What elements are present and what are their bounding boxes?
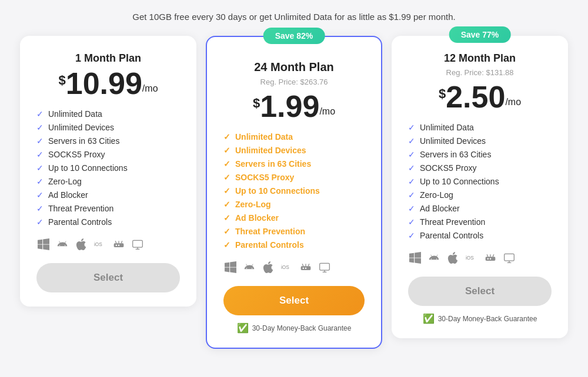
svg-text:iOS: iOS: [466, 255, 474, 261]
feature-text: Unlimited Devices: [48, 123, 114, 132]
feature-text: Threat Prevention: [420, 217, 485, 227]
check-icon: ✓: [223, 240, 230, 250]
feature-item: ✓ Parental Controls: [223, 240, 365, 250]
svg-point-13: [305, 267, 307, 269]
windows-icon: [408, 252, 422, 266]
feature-text: Unlimited Data: [420, 123, 474, 132]
feature-text: Unlimited Devices: [420, 136, 486, 146]
svg-line-14: [302, 264, 303, 266]
features-list-12month: ✓ Unlimited Data ✓ Unlimited Devices ✓ S…: [408, 123, 552, 240]
svg-point-3: [118, 244, 120, 246]
check-icon: ✓: [36, 123, 44, 132]
feature-item: ✓ Unlimited Data: [223, 132, 365, 142]
feature-text: Ad Blocker: [420, 204, 460, 213]
ios-icon: iOS: [465, 252, 479, 266]
android-icon: [242, 261, 256, 275]
feature-item: ✓ Parental Controls: [408, 231, 552, 240]
tv-icon: [131, 238, 145, 253]
tv-icon: [502, 252, 516, 266]
select-button-12month[interactable]: Select: [408, 277, 552, 306]
price-row-12month: $ 2.50 /mo: [408, 82, 552, 112]
price-per-1month: /mo: [142, 83, 158, 94]
svg-line-16: [308, 264, 309, 266]
money-back-text: 30-Day Money-Back Guarantee: [252, 324, 352, 332]
feature-text: SOCKS5 Proxy: [420, 163, 476, 173]
check-icon: ✓: [36, 109, 44, 119]
feature-text: Up to 10 Connections: [420, 177, 499, 186]
feature-text: Zero-Log: [48, 177, 82, 186]
feature-item: ✓ Servers in 63 Cities: [223, 159, 365, 169]
check-icon: ✓: [408, 231, 415, 240]
feature-text: Servers in 63 Cities: [235, 159, 311, 169]
platform-icons-1month: iOS: [36, 238, 180, 253]
feature-item: ✓ Threat Prevention: [36, 204, 180, 213]
feature-text: Threat Prevention: [235, 227, 305, 236]
plan-name-1month: 1 Month Plan: [36, 52, 180, 65]
feature-text: Servers in 63 Cities: [420, 150, 491, 159]
price-row-24month: $ 1.99 /mo: [223, 91, 365, 122]
feature-item: ✓ Parental Controls: [36, 217, 180, 227]
select-button-1month[interactable]: Select: [36, 263, 180, 292]
money-back-24month: ✅ 30-Day Money-Back Guarantee: [223, 322, 365, 334]
plan-name-12month: 12 Month Plan: [408, 52, 552, 65]
feature-item: ✓ Servers in 63 Cities: [36, 136, 180, 146]
plans-container: 1 Month Plan $ 10.99 /mo ✓ Unlimited Dat…: [18, 36, 570, 349]
reg-price-24month: Reg. Price: $263.76: [223, 78, 365, 86]
check-icon: ✓: [36, 163, 44, 173]
checkmark-circle-icon: ✅: [237, 322, 249, 334]
price-row-1month: $ 10.99 /mo: [36, 68, 180, 99]
checkmark-circle-icon: ✅: [423, 313, 435, 324]
price-per-24month: /mo: [319, 106, 335, 117]
apple-icon: [261, 261, 275, 275]
tv-icon: [318, 261, 332, 275]
save-badge-12month: Save 77%: [449, 26, 511, 43]
price-dollar-1month: $: [58, 73, 65, 88]
plan-card-1month: 1 Month Plan $ 10.99 /mo ✓ Unlimited Dat…: [20, 36, 196, 307]
feature-text: Ad Blocker: [48, 190, 88, 200]
svg-rect-7: [133, 240, 143, 247]
router-icon: [483, 252, 497, 266]
check-icon: ✓: [408, 123, 415, 132]
feature-text: Servers in 63 Cities: [48, 136, 119, 146]
svg-line-26: [493, 254, 494, 257]
check-icon: ✓: [36, 204, 44, 213]
svg-rect-27: [505, 254, 514, 261]
feature-item: ✓ Threat Prevention: [223, 227, 365, 236]
svg-line-24: [487, 254, 488, 257]
plan-card-24month: Save 82%24 Month PlanReg. Price: $263.76…: [206, 36, 382, 349]
price-main-12month: 2.50: [446, 82, 505, 112]
check-icon: ✓: [223, 146, 230, 155]
check-icon: ✓: [408, 190, 415, 200]
feature-item: ✓ SOCKS5 Proxy: [408, 163, 552, 173]
feature-text: Parental Controls: [235, 240, 304, 250]
check-icon: ✓: [223, 213, 230, 223]
feature-item: ✓ Up to 10 Connections: [36, 163, 180, 173]
money-back-text: 30-Day Money-Back Guarantee: [438, 315, 537, 323]
feature-item: ✓ SOCKS5 Proxy: [36, 150, 180, 159]
money-back-12month: ✅ 30-Day Money-Back Guarantee: [408, 313, 552, 324]
reg-price-12month: Reg. Price: $131.88: [408, 68, 552, 77]
svg-point-12: [303, 267, 305, 269]
feature-text: Up to 10 Connections: [48, 163, 128, 173]
feature-item: ✓ SOCKS5 Proxy: [223, 173, 365, 182]
check-icon: ✓: [408, 177, 415, 186]
svg-text:iOS: iOS: [281, 264, 289, 270]
check-icon: ✓: [223, 132, 230, 142]
check-icon: ✓: [36, 217, 44, 227]
feature-item: ✓ Zero-Log: [223, 200, 365, 209]
select-button-24month[interactable]: Select: [223, 286, 365, 315]
feature-item: ✓ Unlimited Devices: [408, 136, 552, 146]
feature-text: Zero-Log: [420, 190, 453, 200]
price-dollar-24month: $: [253, 96, 260, 111]
feature-item: ✓ Ad Blocker: [408, 204, 552, 213]
check-icon: ✓: [408, 150, 415, 159]
check-icon: ✓: [223, 173, 230, 182]
check-icon: ✓: [223, 227, 230, 236]
features-list-1month: ✓ Unlimited Data ✓ Unlimited Devices ✓ S…: [36, 109, 180, 227]
svg-text:iOS: iOS: [94, 241, 102, 247]
platform-icons-12month: iOS: [408, 252, 552, 266]
feature-item: ✓ Unlimited Devices: [223, 146, 365, 155]
feature-text: Unlimited Data: [48, 109, 102, 119]
plan-name-24month: 24 Month Plan: [223, 60, 365, 74]
price-per-12month: /mo: [505, 97, 521, 107]
